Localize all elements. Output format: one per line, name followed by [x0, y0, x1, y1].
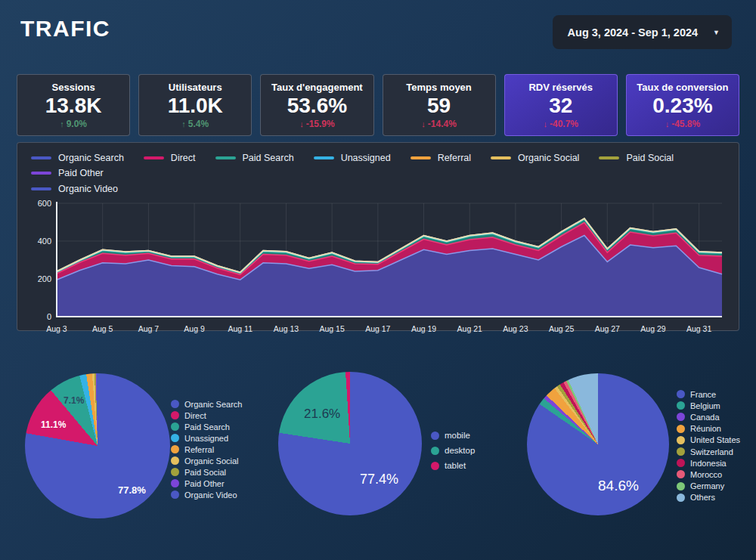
- legend-item-r-union: Réunion: [677, 423, 740, 435]
- page-title: TRAFIC: [20, 16, 110, 42]
- svg-text:600: 600: [38, 199, 51, 208]
- kpi-delta-text: 5.4%: [188, 119, 209, 129]
- legend-item-organic-social: Organic Social: [171, 455, 242, 466]
- legend-label: Unassigned: [184, 434, 228, 443]
- legend-label: Morocco: [690, 470, 722, 479]
- legend-item-france: France: [677, 388, 740, 400]
- legend-item-unassigned: Unassigned: [171, 432, 242, 444]
- up-arrow-icon: ↑: [181, 119, 186, 128]
- legend-dot: [677, 459, 685, 467]
- legend-item-direct: Direct: [144, 150, 196, 165]
- pie-label: 21.6%: [304, 407, 340, 422]
- legend-line-swatch: [31, 172, 51, 175]
- legend-item-organic-search: Organic Search: [171, 398, 242, 410]
- legend-item-paid-other: Paid Other: [171, 478, 242, 489]
- legend-item-germany: Germany: [677, 481, 740, 492]
- legend-dot: [171, 479, 179, 487]
- legend-label: Indonesia: [690, 459, 727, 468]
- kpi-delta: ↓-15.9%: [261, 119, 373, 129]
- kpi-delta: ↑9.0%: [17, 119, 129, 129]
- legend-label: Canada: [690, 413, 720, 422]
- legend-label: Referral: [184, 445, 214, 454]
- legend-line-swatch: [491, 156, 511, 159]
- timeseries-legend: Organic SearchDirectPaid SearchUnassigne…: [26, 149, 730, 197]
- kpi-delta: ↓-45.8%: [627, 119, 739, 129]
- down-arrow-icon: ↓: [543, 119, 547, 128]
- pie-label: 77.8%: [118, 484, 146, 496]
- legend-dot: [171, 490, 179, 499]
- pie-chart-devices[interactable]: [278, 372, 422, 515]
- svg-text:0: 0: [47, 312, 51, 321]
- svg-text:Aug 13: Aug 13: [274, 324, 299, 333]
- legend-label: Paid Social: [184, 468, 226, 477]
- legend-label: Organic Video: [58, 184, 118, 194]
- pie-label: 11.1%: [41, 419, 66, 430]
- legend-item-others: Others: [677, 492, 740, 503]
- legend-label: Organic Search: [58, 153, 124, 163]
- kpi-label: Utilisateurs: [139, 82, 251, 93]
- legend-item-desktop: desktop: [431, 443, 475, 458]
- legend-line-swatch: [144, 156, 164, 159]
- kpi-card-utilisateurs: Utilisateurs11.0K↑5.4%: [138, 74, 252, 136]
- kpi-delta-text: -15.9%: [306, 119, 335, 129]
- svg-text:Aug 21: Aug 21: [457, 324, 482, 333]
- legend-item-paid-search: Paid Search: [215, 150, 294, 165]
- legend-item-paid-search: Paid Search: [171, 421, 242, 432]
- legend-dot: [677, 493, 685, 502]
- legend-item-united-states: United States: [677, 435, 740, 446]
- kpi-value: 53.6%: [261, 94, 373, 118]
- legend-dot: [677, 390, 685, 398]
- svg-text:Aug 25: Aug 25: [549, 324, 574, 333]
- legend-item-canada: Canada: [677, 411, 740, 422]
- date-range-text: Aug 3, 2024 - Sep 1, 2024: [568, 26, 698, 39]
- legend-item-paid-other: Paid Other: [31, 166, 104, 180]
- svg-text:Aug 29: Aug 29: [640, 324, 665, 333]
- legend-label: Paid Search: [184, 422, 230, 432]
- pie-chart-traffic-sources[interactable]: [25, 373, 170, 518]
- svg-text:Aug 7: Aug 7: [138, 324, 160, 333]
- timeseries-chart[interactable]: 0200400600Aug 3Aug 5Aug 7Aug 9Aug 11Aug …: [26, 197, 730, 345]
- legend-dot: [431, 432, 439, 440]
- legend-line-swatch: [599, 156, 619, 159]
- legend-dot: [677, 470, 685, 478]
- pie-legend-devices: mobiledesktoptablet: [431, 428, 475, 473]
- kpi-card-taux-d-engagement: Taux d'engagement53.6%↓-15.9%: [260, 74, 373, 136]
- legend-label: Others: [690, 493, 715, 502]
- legend-dot: [171, 400, 179, 408]
- legend-label: Germany: [690, 481, 724, 490]
- legend-label: France: [690, 390, 716, 399]
- kpi-label: Taux de conversion: [627, 82, 739, 93]
- svg-text:Aug 15: Aug 15: [319, 324, 344, 333]
- legend-item-organic-video: Organic Video: [31, 181, 118, 196]
- legend-line-swatch: [215, 156, 236, 159]
- legend-item-morocco: Morocco: [677, 469, 740, 480]
- kpi-value: 59: [383, 94, 495, 118]
- svg-text:Aug 23: Aug 23: [503, 324, 528, 333]
- svg-text:Aug 3: Aug 3: [46, 324, 67, 333]
- legend-label: Organic Social: [518, 153, 579, 163]
- kpi-delta-text: -40.7%: [550, 119, 578, 129]
- kpi-card-taux-de-conversion: Taux de conversion0.23%↓-45.8%: [626, 74, 739, 136]
- legend-item-switzerland: Switzerland: [677, 446, 740, 457]
- legend-item-belgium: Belgium: [677, 400, 740, 411]
- svg-text:Aug 9: Aug 9: [184, 324, 205, 333]
- legend-label: Referral: [438, 153, 471, 163]
- legend-label: Organic Social: [184, 456, 239, 466]
- kpi-card-temps-moyen: Temps moyen59↓-14.4%: [383, 74, 496, 136]
- kpi-delta: ↑5.4%: [139, 119, 251, 129]
- kpi-card-rdv-r-serv-s: RDV réservés32↓-40.7%: [504, 74, 618, 136]
- svg-text:Aug 31: Aug 31: [686, 324, 711, 333]
- date-range-selector[interactable]: Aug 3, 2024 - Sep 1, 2024 ▼: [553, 15, 732, 49]
- legend-label: Organic Video: [184, 490, 237, 500]
- chevron-down-icon: ▼: [713, 29, 720, 36]
- down-arrow-icon: ↓: [665, 119, 670, 128]
- legend-dot: [171, 411, 179, 419]
- legend-dot: [677, 482, 685, 490]
- legend-dot: [677, 425, 685, 433]
- dashboard: { "header": { "title": "TRAFIC", "date_r…: [0, 0, 756, 560]
- down-arrow-icon: ↓: [421, 119, 426, 128]
- pie-legend-countries: FranceBelgiumCanadaRéunionUnited StatesS…: [677, 388, 740, 503]
- kpi-label: Sessions: [17, 82, 129, 93]
- legend-item-organic-search: Organic Search: [31, 150, 124, 165]
- svg-text:Aug 11: Aug 11: [228, 324, 253, 333]
